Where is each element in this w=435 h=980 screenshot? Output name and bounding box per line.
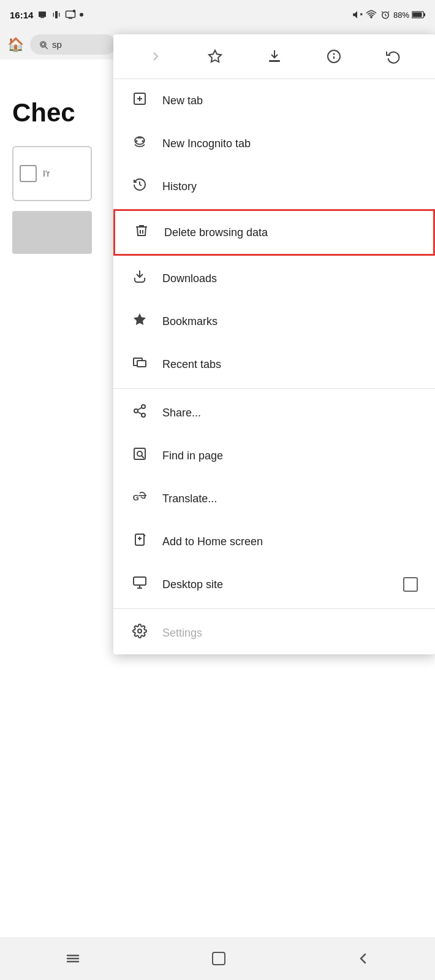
forward-button[interactable] [142, 43, 169, 70]
svg-rect-34 [137, 361, 146, 367]
incognito-icon [130, 134, 149, 153]
downloads-label: Downloads [162, 272, 418, 285]
svg-rect-52 [213, 952, 225, 965]
svg-line-42 [142, 456, 144, 458]
desktop-site-checkbox[interactable] [403, 577, 418, 592]
status-bar-left: 16:14 [10, 9, 83, 20]
gray-content-block [12, 211, 92, 254]
recent-apps-button[interactable] [65, 952, 81, 965]
back-button[interactable] [357, 952, 370, 965]
share-icon [130, 404, 149, 422]
history-label: History [162, 180, 418, 193]
translate-icon: G [130, 489, 149, 508]
recent-tabs-icon [130, 355, 149, 373]
menu-item-add-to-home[interactable]: Add to Home screen [113, 520, 435, 563]
divider-2 [113, 608, 435, 609]
svg-point-28 [142, 140, 143, 142]
address-bar-text: sp [52, 39, 62, 50]
notification-icon [37, 9, 48, 20]
battery-icon [412, 10, 425, 19]
checkbox-text: I'r [43, 169, 50, 178]
download-button[interactable] [261, 43, 288, 70]
menu-item-delete-browsing[interactable]: Delete browsing data [113, 209, 435, 256]
svg-point-5 [73, 10, 76, 13]
menu-item-share[interactable]: Share... [113, 391, 435, 434]
svg-rect-1 [40, 17, 44, 18]
menu-item-recent-tabs[interactable]: Recent tabs [113, 343, 435, 386]
menu-item-translate[interactable]: G Translate... [113, 477, 435, 520]
address-bar[interactable]: sp [30, 34, 116, 55]
context-menu: New tab New Incognito tab History Delete… [113, 34, 435, 654]
bookmarks-icon [130, 312, 149, 331]
incognito-label: New Incognito tab [162, 137, 418, 150]
wifi-icon [365, 9, 377, 20]
menu-item-desktop-site[interactable]: Desktop site [113, 563, 435, 606]
status-time: 16:14 [10, 10, 33, 20]
svg-line-16 [45, 46, 48, 48]
svg-point-17 [42, 42, 45, 45]
menu-item-new-tab[interactable]: New tab [113, 79, 435, 122]
svg-rect-13 [412, 12, 422, 17]
menu-item-settings[interactable]: Settings [113, 611, 435, 654]
svg-marker-32 [134, 313, 146, 325]
svg-line-11 [385, 15, 387, 17]
svg-rect-19 [269, 60, 280, 62]
vibrate-icon [51, 9, 61, 20]
battery-text: 88% [393, 10, 409, 20]
menu-item-history[interactable]: History [113, 165, 435, 208]
svg-point-35 [142, 405, 145, 408]
mute-icon [352, 9, 363, 20]
checkbox-container: I'r [12, 146, 92, 201]
translate-label: Translate... [162, 492, 418, 505]
svg-point-36 [134, 409, 138, 413]
svg-rect-0 [39, 12, 46, 17]
svg-rect-29 [138, 137, 142, 139]
menu-item-find-in-page[interactable]: Find in page [113, 434, 435, 477]
checkbox[interactable] [20, 165, 37, 182]
home-nav-button[interactable] [211, 951, 227, 967]
svg-point-41 [137, 451, 142, 456]
dot-indicator [80, 13, 83, 17]
settings-label: Settings [162, 627, 418, 640]
trash-icon [132, 223, 151, 242]
share-label: Share... [162, 407, 418, 419]
info-button[interactable] [320, 43, 347, 70]
svg-point-27 [135, 140, 137, 142]
downloads-icon [130, 269, 149, 288]
bookmarks-label: Bookmarks [162, 315, 418, 328]
divider-1 [113, 388, 435, 389]
menu-item-downloads[interactable]: Downloads [113, 257, 435, 300]
refresh-button[interactable] [380, 43, 407, 70]
screen-icon [65, 9, 76, 20]
settings-icon [130, 624, 149, 642]
page-title-partial: Chec [12, 98, 92, 128]
bookmark-button[interactable] [202, 43, 229, 70]
find-in-page-label: Find in page [162, 450, 418, 462]
svg-point-8 [371, 17, 372, 18]
history-icon [130, 177, 149, 196]
svg-rect-2 [55, 11, 58, 18]
svg-text:G: G [133, 493, 139, 502]
address-bar-icon [39, 40, 48, 50]
home-button[interactable]: 🏠 [7, 37, 24, 53]
recent-tabs-label: Recent tabs [162, 358, 418, 371]
svg-point-37 [142, 413, 145, 417]
svg-point-48 [138, 629, 142, 633]
svg-line-39 [138, 408, 142, 410]
svg-line-38 [138, 412, 142, 415]
svg-marker-18 [209, 50, 221, 62]
desktop-icon [130, 575, 149, 594]
new-tab-label: New tab [162, 94, 418, 107]
menu-toolbar [113, 34, 435, 79]
add-home-icon [130, 532, 149, 551]
new-tab-icon [130, 91, 149, 110]
menu-item-incognito[interactable]: New Incognito tab [113, 122, 435, 165]
svg-line-31 [140, 185, 142, 186]
add-to-home-label: Add to Home screen [162, 535, 418, 548]
svg-rect-45 [134, 577, 146, 585]
nav-bar [0, 937, 435, 980]
menu-item-bookmarks[interactable]: Bookmarks [113, 300, 435, 343]
svg-rect-14 [423, 13, 425, 16]
page-content-area: Chec I'r [12, 98, 92, 254]
status-bar-right: 88% [352, 9, 425, 20]
